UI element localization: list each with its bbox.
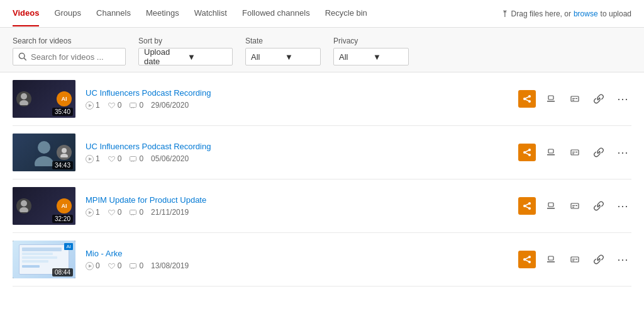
svg-point-0	[19, 53, 25, 59]
play-count-0: 1	[86, 101, 100, 110]
svg-line-30	[525, 152, 530, 155]
nav-item-channels[interactable]: Channels	[96, 1, 131, 26]
play-icon-0	[86, 101, 94, 110]
nav-item-followed-channels[interactable]: Followed channels	[242, 1, 310, 26]
play-count-2: 1	[86, 208, 100, 217]
caption-button-2[interactable]	[566, 197, 584, 215]
video-row: 34:43 UC Influencers Podcast Recording 1…	[13, 126, 631, 179]
state-label: State	[245, 37, 321, 45]
share-button-2[interactable]	[518, 197, 536, 215]
nav-item-watchlist[interactable]: Watchlist	[194, 1, 227, 26]
more-button-1[interactable]: ⋯	[614, 144, 631, 161]
share-button-1[interactable]	[518, 144, 536, 161]
comment-icon-2	[129, 208, 137, 217]
svg-rect-49	[548, 203, 553, 207]
svg-marker-5	[89, 104, 92, 107]
svg-line-1	[24, 58, 26, 60]
sort-label: Sort by	[138, 37, 233, 45]
svg-marker-56	[89, 265, 92, 268]
edit-button-1[interactable]	[542, 144, 560, 161]
nav-item-groups[interactable]: Groups	[54, 1, 81, 26]
svg-line-62	[525, 259, 530, 262]
video-thumbnail-0[interactable]: AI 35:40	[13, 80, 75, 118]
video-thumbnail-2[interactable]: AI 32:20	[13, 187, 75, 225]
video-duration-2: 32:20	[52, 215, 73, 223]
video-title-1[interactable]: UC Influencers Podcast Recording	[86, 142, 508, 151]
upload-date-2: 21/11/2019	[151, 208, 189, 217]
svg-line-11	[525, 99, 530, 101]
state-value: All	[251, 52, 281, 62]
drag-files-text: Drag files here, or	[511, 9, 571, 18]
caption-button-1[interactable]	[566, 144, 584, 161]
privacy-dropdown-arrow: ▼	[373, 52, 403, 62]
link-button-3[interactable]	[590, 251, 608, 268]
caption-button-3[interactable]	[566, 251, 584, 268]
upload-date-1: 05/06/2020	[151, 154, 189, 163]
share-button-3[interactable]	[518, 251, 536, 268]
state-dropdown-arrow: ▼	[285, 52, 315, 62]
video-row: AI 35:40 UC Influencers Podcast Recordin…	[13, 72, 631, 126]
heart-icon-1	[108, 155, 116, 163]
share-button-0[interactable]	[518, 90, 536, 108]
browse-link[interactable]: browse	[574, 9, 598, 18]
video-meta-1: 1 0 0 05/06/2020	[86, 154, 508, 163]
svg-marker-41	[89, 211, 92, 214]
like-count-2: 0	[108, 208, 122, 217]
svg-point-2	[21, 93, 27, 100]
video-thumbnail-3[interactable]: AI 08:44	[13, 241, 75, 278]
svg-point-21	[62, 148, 67, 153]
privacy-dropdown[interactable]: All ▼	[333, 48, 409, 65]
video-info-1: UC Influencers Podcast Recording 1 0 0 0…	[86, 142, 508, 163]
search-input-wrap[interactable]	[13, 48, 126, 65]
thumb-avatar-left-2	[16, 198, 31, 213]
state-dropdown[interactable]: All ▼	[245, 48, 321, 65]
more-button-2[interactable]: ⋯	[614, 197, 631, 215]
link-button-1[interactable]	[590, 144, 608, 161]
search-input[interactable]	[31, 52, 120, 62]
play-icon-1	[86, 155, 94, 163]
like-count-0: 0	[108, 101, 122, 110]
svg-point-3	[19, 100, 28, 105]
upload-date-3: 13/08/2019	[151, 261, 189, 270]
search-label: Search for videos	[13, 37, 126, 45]
link-button-2[interactable]	[590, 197, 608, 215]
sort-dropdown-arrow: ▼	[187, 52, 227, 62]
search-filter-group: Search for videos	[13, 37, 126, 65]
video-duration-0: 35:40	[52, 108, 73, 116]
video-actions-2: ⋯	[518, 197, 631, 215]
svg-rect-57	[130, 263, 136, 268]
nav-item-recycle-bin[interactable]: Recycle bin	[325, 1, 367, 26]
upload-suffix-text: to upload	[601, 9, 631, 18]
svg-line-10	[525, 96, 530, 99]
svg-rect-31	[547, 154, 555, 156]
svg-point-19	[38, 141, 50, 154]
svg-line-46	[525, 203, 530, 206]
like-count-1: 0	[108, 154, 122, 163]
video-duration-3: 08:44	[52, 268, 73, 276]
nav-item-meetings[interactable]: Meetings	[146, 1, 179, 26]
sort-dropdown[interactable]: Upload date ▼	[138, 48, 233, 65]
video-meta-2: 1 0 0 21/11/2019	[86, 208, 508, 217]
thumb-avatar-right-1	[57, 145, 72, 160]
like-count-3: 0	[108, 261, 122, 270]
video-title-2[interactable]: MPIM Update for Product Update	[86, 195, 508, 205]
comment-count-3: 0	[129, 261, 143, 270]
comment-count-1: 0	[129, 154, 143, 163]
edit-button-3[interactable]	[542, 251, 560, 268]
video-title-0[interactable]: UC Influencers Podcast Recording	[86, 88, 508, 98]
svg-point-20	[35, 156, 53, 166]
video-actions-3: ⋯	[518, 251, 631, 268]
link-button-0[interactable]	[590, 90, 608, 108]
nav-item-videos[interactable]: Videos	[13, 1, 39, 26]
edit-button-2[interactable]	[542, 197, 560, 215]
more-button-3[interactable]: ⋯	[614, 251, 631, 268]
heart-icon-0	[108, 101, 116, 110]
video-title-3[interactable]: Mio - Arke	[86, 249, 508, 258]
privacy-value: All	[339, 52, 369, 62]
video-thumbnail-1[interactable]: 34:43	[13, 134, 75, 171]
more-button-0[interactable]: ⋯	[614, 90, 631, 108]
caption-button-0[interactable]	[566, 90, 584, 108]
play-count-3: 0	[86, 261, 100, 270]
svg-rect-48	[547, 208, 555, 209]
edit-button-0[interactable]	[542, 90, 560, 108]
